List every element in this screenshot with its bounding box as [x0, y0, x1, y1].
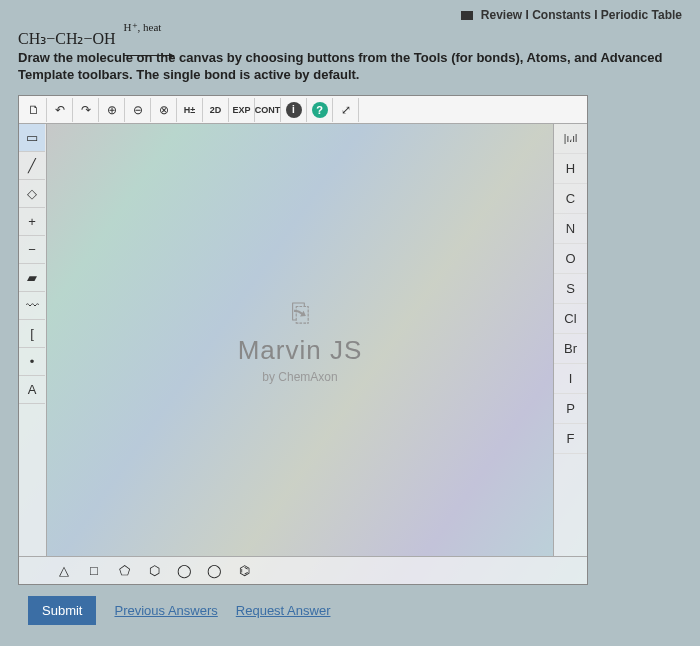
reaction-condition: H⁺, heat — [124, 22, 162, 33]
brand-name: Marvin JS — [238, 335, 363, 366]
template-ring2[interactable]: ◯ — [203, 560, 225, 582]
wavy-bond-tool[interactable]: 〰 — [19, 292, 45, 320]
template-square[interactable]: □ — [83, 560, 105, 582]
brand-subtitle: by ChemAxon — [262, 370, 337, 384]
redo-button[interactable]: ↷ — [73, 98, 99, 122]
atom-cl[interactable]: Cl — [554, 304, 587, 334]
periodic-icon[interactable]: |ı،ıl — [554, 124, 587, 154]
atom-c[interactable]: C — [554, 184, 587, 214]
info-button[interactable]: i — [281, 98, 307, 122]
cont-button[interactable]: CONT — [255, 98, 281, 122]
new-button[interactable]: 🗋 — [21, 98, 47, 122]
constants-link[interactable]: Constants — [532, 8, 591, 22]
atom-label-tool[interactable]: A — [19, 376, 45, 404]
select-tool[interactable]: ▭ — [19, 124, 45, 152]
delete-button[interactable]: ⊗ — [151, 98, 177, 122]
periodic-table-link[interactable]: Periodic Table — [601, 8, 682, 22]
left-toolbar: ▭ ╱ ◇ + − ▰ 〰 [ • A — [19, 124, 47, 556]
single-bond-tool[interactable]: ╱ — [19, 152, 45, 180]
reactant: CH₃−CH₂−OH — [18, 30, 116, 47]
instructions-text: Draw the molecule on the canvas by choos… — [18, 50, 682, 84]
atom-h[interactable]: H — [554, 154, 587, 184]
templates-toolbar: △ □ ⬠ ⬡ ◯ ◯ ⌬ — [19, 556, 587, 584]
answer-footer: Submit Previous Answers Request Answer — [28, 596, 330, 625]
template-triangle[interactable]: △ — [53, 560, 75, 582]
atoms-toolbar: |ı،ıl H C N O S Cl Br I P F — [553, 124, 587, 556]
fullscreen-button[interactable]: ⤢ — [333, 98, 359, 122]
drawing-canvas[interactable]: ⎘ Marvin JS by ChemAxon — [47, 124, 553, 556]
zoom-out-button[interactable]: ⊖ — [125, 98, 151, 122]
exp-button[interactable]: EXP — [229, 98, 255, 122]
hydrogens-button[interactable]: H± — [177, 98, 203, 122]
brand-icon: ⎘ — [292, 297, 309, 329]
atom-f[interactable]: F — [554, 424, 587, 454]
undo-button[interactable]: ↶ — [47, 98, 73, 122]
wedge-bond-tool[interactable]: ▰ — [19, 264, 45, 292]
template-benzene[interactable]: ⌬ — [233, 560, 255, 582]
flag-icon — [461, 11, 473, 20]
molecule-editor: 🗋 ↶ ↷ ⊕ ⊖ ⊗ H± 2D EXP CONT i ? ⤢ ▭ ╱ ◇ +… — [18, 95, 588, 585]
radical-tool[interactable]: • — [19, 348, 45, 376]
help-button[interactable]: ? — [307, 98, 333, 122]
zoom-in-button[interactable]: ⊕ — [99, 98, 125, 122]
atom-o[interactable]: O — [554, 244, 587, 274]
template-hexagon[interactable]: ⬡ — [143, 560, 165, 582]
bracket-tool[interactable]: [ — [19, 320, 45, 348]
template-ring1[interactable]: ◯ — [173, 560, 195, 582]
atom-n[interactable]: N — [554, 214, 587, 244]
charge-minus-tool[interactable]: − — [19, 236, 45, 264]
previous-answers-link[interactable]: Previous Answers — [114, 603, 217, 618]
top-toolbar: 🗋 ↶ ↷ ⊕ ⊖ ⊗ H± 2D EXP CONT i ? ⤢ — [19, 96, 587, 124]
header-links: Review I Constants I Periodic Table — [461, 8, 682, 22]
atom-br[interactable]: Br — [554, 334, 587, 364]
review-link[interactable]: Review — [481, 8, 522, 22]
atom-p[interactable]: P — [554, 394, 587, 424]
atom-i[interactable]: I — [554, 364, 587, 394]
view2d-button[interactable]: 2D — [203, 98, 229, 122]
template-pentagon[interactable]: ⬠ — [113, 560, 135, 582]
eraser-tool[interactable]: ◇ — [19, 180, 45, 208]
atom-s[interactable]: S — [554, 274, 587, 304]
request-answer-link[interactable]: Request Answer — [236, 603, 331, 618]
submit-button[interactable]: Submit — [28, 596, 96, 625]
charge-plus-tool[interactable]: + — [19, 208, 45, 236]
